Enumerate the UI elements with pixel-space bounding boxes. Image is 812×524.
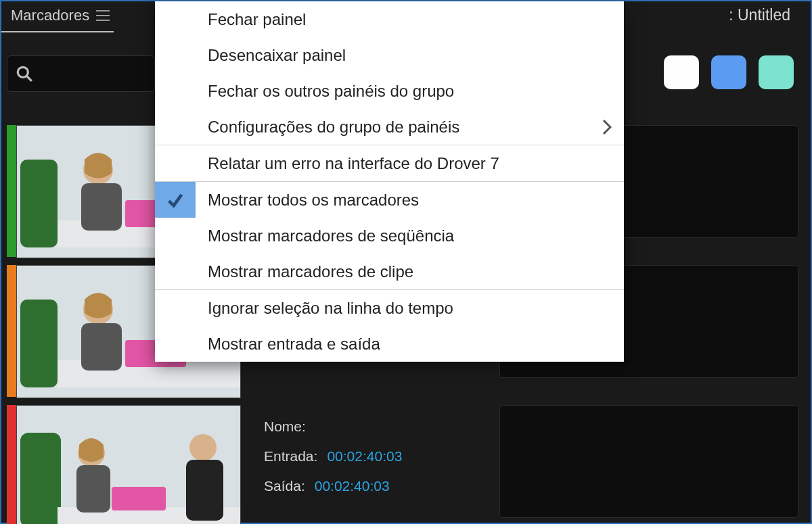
- menu-show-clip-markers[interactable]: Mostrar marcadores de clipe: [155, 254, 624, 289]
- marker-name-label: Nome:: [264, 419, 306, 435]
- svg-rect-15: [81, 323, 122, 371]
- svg-rect-3: [20, 160, 58, 247]
- svg-rect-10: [20, 300, 58, 387]
- marker-color-filters: [664, 55, 794, 89]
- menu-ignore-timeline-selection[interactable]: Ignorar seleção na linha do tempo: [155, 290, 624, 326]
- check-icon: [155, 182, 196, 218]
- panel-context-menu: Fechar painel Desencaixar painel Fechar …: [155, 1, 624, 362]
- chevron-right-icon: [602, 119, 612, 135]
- menu-show-sequence-markers[interactable]: Mostrar marcadores de seqüência: [155, 218, 624, 254]
- svg-rect-17: [20, 433, 61, 524]
- menu-undock-panel[interactable]: Desencaixar painel: [155, 37, 624, 73]
- menu-panel-group-settings[interactable]: Configurações do grupo de painéis: [155, 109, 624, 145]
- menu-show-all-markers[interactable]: Mostrar todos os marcadores: [155, 182, 624, 218]
- marker-search[interactable]: [7, 55, 155, 92]
- menu-close-others[interactable]: Fechar os outros painéis do grupo: [155, 73, 624, 109]
- svg-point-0: [18, 67, 28, 77]
- menu-report-drover-error[interactable]: Relatar um erro na interface do Drover 7: [155, 145, 624, 181]
- marker-thumbnail: [16, 405, 241, 524]
- search-icon: [16, 65, 33, 82]
- marker-out-label: Saída:: [264, 478, 305, 494]
- marker-row[interactable]: Nome: Entrada:00:02:40:03 Saída:00:02:40…: [7, 405, 798, 524]
- markers-panel: Marcadores : Untitled: [0, 0, 812, 524]
- marker-color-stripe: [7, 265, 16, 397]
- marker-info: Nome: Entrada:00:02:40:03 Saída:00:02:40…: [264, 419, 402, 508]
- menu-close-panel[interactable]: Fechar painel: [155, 1, 624, 37]
- color-chip-white[interactable]: [664, 55, 699, 89]
- svg-line-1: [26, 76, 32, 81]
- menu-show-in-out[interactable]: Mostrar entrada e saída: [155, 326, 624, 362]
- svg-rect-23: [186, 460, 223, 521]
- marker-color-stripe: [7, 125, 16, 257]
- panel-title: Marcadores: [11, 7, 89, 24]
- panel-menu-icon[interactable]: [96, 10, 110, 21]
- svg-point-22: [189, 434, 217, 461]
- marker-color-stripe: [7, 405, 16, 524]
- svg-rect-8: [81, 183, 122, 231]
- sequence-name: : Untitled: [729, 6, 790, 24]
- marker-comment-box[interactable]: [499, 405, 798, 518]
- color-chip-teal[interactable]: [759, 55, 794, 89]
- marker-in-label: Entrada:: [264, 448, 317, 465]
- marker-out-timecode[interactable]: 00:02:40:03: [315, 478, 390, 494]
- color-chip-blue[interactable]: [711, 55, 746, 89]
- svg-rect-19: [112, 487, 166, 510]
- svg-rect-21: [76, 465, 110, 513]
- panel-tab-markers[interactable]: Marcadores: [1, 1, 114, 32]
- marker-in-timecode[interactable]: 00:02:40:03: [327, 448, 402, 465]
